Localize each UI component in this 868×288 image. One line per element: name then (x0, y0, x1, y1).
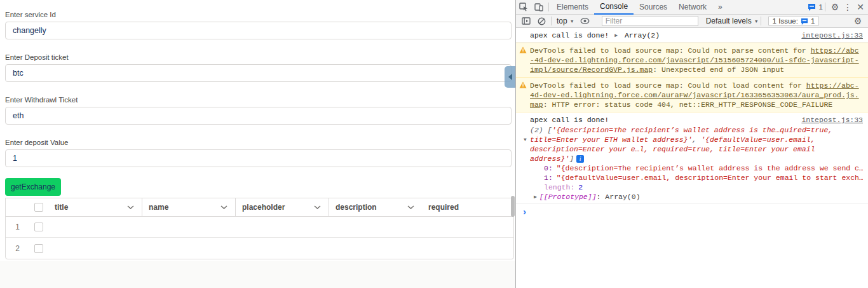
deposit-ticket-label: Enter Deposit ticket (5, 53, 510, 62)
console-toolbar: top ▼ Default levels ▼ 1 Issue: 1 ⚙ (516, 15, 868, 28)
console-log-row: apex call is done! ▶ Array(2) intepost.j… (516, 28, 868, 43)
warning-text: DevTools failed to load source map: Coul… (530, 46, 811, 55)
issues-count: 1 (811, 17, 815, 25)
prototype-row[interactable]: ▶[[Prototype]]: Array(0) (530, 192, 863, 202)
issue-bubble-icon (801, 18, 808, 25)
deposit-ticket-input[interactable] (5, 64, 512, 82)
divider (548, 3, 549, 11)
chevron-down-icon (407, 205, 414, 209)
page-scrollbar-thumb[interactable] (511, 196, 515, 217)
checkbox-icon (34, 244, 43, 253)
header-title[interactable]: title (48, 198, 142, 216)
service-id-input[interactable] (5, 22, 512, 39)
header-name[interactable]: name (142, 198, 235, 216)
tab-console[interactable]: Console (594, 0, 634, 15)
clear-console-icon[interactable] (534, 14, 549, 29)
devtools-tab-bar: Elements Console Sources Network » 1 ⚙ ⋮… (516, 0, 868, 15)
web-page: Enter service Id Enter Deposit ticket En… (0, 0, 515, 288)
expander-closed-icon[interactable]: ▶ (614, 32, 618, 38)
array-item: 1:"{defaultValue=user.email, description… (530, 173, 863, 182)
expander-closed-icon: ▶ (534, 194, 537, 200)
table-header-row: title name placeholder description requi… (6, 198, 513, 217)
tab-network[interactable]: Network (673, 0, 712, 15)
console-output: apex call is done! ▶ Array(2) intepost.j… (516, 28, 868, 219)
warning-text: : Unexpected end of JSON input (653, 65, 784, 74)
chevron-down-icon (314, 205, 321, 209)
live-expression-eye-icon[interactable] (578, 14, 593, 29)
table-row: 1 (6, 217, 513, 238)
log-text: apex call is done! (530, 115, 609, 125)
console-messages-icon[interactable] (807, 0, 817, 15)
empty-cells (48, 217, 513, 237)
header-required[interactable]: required (422, 198, 513, 216)
arrow-left-icon (508, 74, 512, 80)
inspect-element-icon[interactable] (516, 0, 531, 15)
row-number: 2 (6, 244, 29, 253)
checkbox-icon (34, 203, 43, 212)
array-length: length:2 (530, 182, 863, 192)
deposit-value-input[interactable] (5, 149, 512, 167)
chevron-down-icon (220, 205, 227, 209)
withdrawl-ticket-label: Enter Withdrawl Ticket (5, 95, 510, 104)
caret-down-icon: ▼ (570, 19, 574, 24)
device-toolbar-icon[interactable] (531, 0, 546, 15)
tab-sources[interactable]: Sources (634, 0, 673, 15)
chevron-down-icon (127, 205, 134, 209)
warning-icon (519, 46, 527, 53)
table-row: 2 (6, 238, 513, 259)
page-background (0, 261, 515, 288)
source-link[interactable]: intepost.js:33 (801, 115, 863, 125)
console-settings-gear-icon[interactable]: ⚙ (850, 14, 865, 29)
context-selector[interactable]: top ▼ (553, 17, 578, 25)
header-description[interactable]: description (329, 198, 422, 216)
info-icon[interactable]: i (576, 155, 584, 163)
array-item: 0:"{description=The recipient’s wallet a… (530, 163, 863, 173)
header-placeholder[interactable]: placeholder (235, 198, 329, 216)
row-checkbox[interactable] (29, 244, 48, 253)
empty-cells (48, 238, 513, 259)
row-number: 1 (6, 223, 29, 231)
issues-button[interactable]: 1 Issue: 1 (768, 16, 820, 26)
expander-open-icon[interactable]: ▼ (524, 135, 527, 144)
more-tabs-button[interactable]: » (712, 0, 728, 15)
get-exchange-button[interactable]: getExchange (5, 178, 61, 196)
console-log-row-expanded: apex call is done! intepost.js:33 ▼(2) [… (516, 113, 868, 204)
divider (825, 3, 825, 11)
kebab-menu-icon[interactable]: ⋮ (843, 0, 853, 15)
screen: Enter service Id Enter Deposit ticket En… (0, 0, 868, 288)
divider (551, 17, 552, 25)
settings-gear-icon[interactable]: ⚙ (827, 0, 843, 15)
results-table: title name placeholder description requi… (5, 198, 514, 259)
source-link[interactable]: intepost.js:33 (801, 31, 863, 40)
panel-collapse-handle[interactable] (505, 66, 515, 88)
console-prompt-icon: › (522, 207, 527, 218)
console-sidebar-icon[interactable] (519, 14, 534, 29)
row-checkbox[interactable] (29, 223, 48, 231)
array-preview[interactable]: ▼(2) ['{description=The recipient’s wall… (530, 125, 863, 163)
close-icon[interactable]: ✕ (853, 0, 868, 15)
messages-count: 1 (819, 3, 823, 11)
warning-text: DevTools failed to load source map: Coul… (530, 81, 806, 90)
tab-elements[interactable]: Elements (551, 0, 594, 15)
logged-object: Array(2) (625, 31, 660, 39)
warning-icon (519, 81, 527, 88)
console-filter-input[interactable] (602, 16, 698, 26)
service-id-label: Enter service Id (5, 10, 510, 19)
withdrawl-ticket-input[interactable] (5, 107, 512, 125)
deposit-value-label: Enter deposit Value (5, 138, 510, 147)
devtools-panel: Elements Console Sources Network » 1 ⚙ ⋮… (515, 0, 868, 288)
console-warning-row: DevTools failed to load source map: Coul… (516, 43, 868, 78)
divider (761, 17, 761, 25)
log-text: apex call is done! (530, 31, 609, 39)
log-levels-dropdown[interactable]: Default levels ▼ (706, 17, 759, 25)
select-all-checkbox[interactable] (29, 203, 48, 212)
caret-down-icon: ▼ (754, 19, 759, 24)
console-warning-row: DevTools failed to load source map: Coul… (516, 78, 868, 113)
console-prompt[interactable]: › (516, 204, 868, 219)
warning-text: : HTTP error: status code 404, net::ERR_… (543, 100, 832, 109)
checkbox-icon (34, 223, 43, 231)
